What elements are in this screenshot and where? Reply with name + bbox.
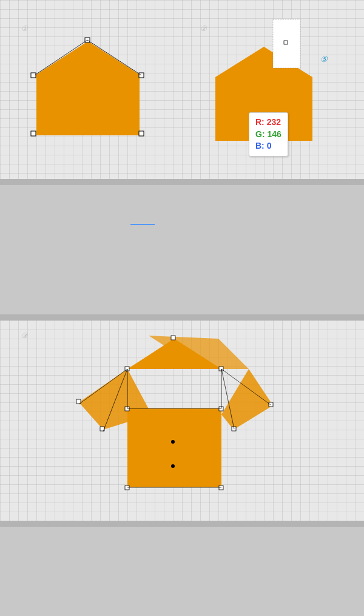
step2-number: ② <box>200 24 207 33</box>
svg-rect-22 <box>219 367 223 371</box>
top-canvas: ① ② ⑤ R: 232 G: 146 B: 0 <box>0 0 364 179</box>
house3-svg <box>79 336 267 506</box>
r-value-top: R: 232 <box>255 117 281 129</box>
svg-rect-23 <box>125 407 129 411</box>
connector-line <box>130 224 155 225</box>
svg-rect-4 <box>31 73 36 78</box>
svg-rect-17 <box>127 408 221 487</box>
separator-2 <box>0 314 364 320</box>
buttons-area: Object Path Outline Stroke <box>0 291 364 314</box>
b-value-top: B: 0 <box>255 140 281 152</box>
separator-3 <box>0 521 364 527</box>
svg-rect-20 <box>171 336 175 340</box>
svg-marker-16 <box>221 369 273 430</box>
step3-number: ③ <box>21 331 28 340</box>
house1-svg <box>33 35 161 151</box>
svg-rect-27 <box>76 399 81 404</box>
svg-rect-2 <box>36 76 140 135</box>
svg-rect-25 <box>125 486 129 490</box>
svg-rect-7 <box>139 131 144 136</box>
bottom-canvas: ③ <box>0 320 364 521</box>
svg-point-31 <box>171 440 175 444</box>
svg-rect-14 <box>284 41 288 44</box>
pathfinder-area: Pathfinder « ✕ ☰ Shape Modes: <box>0 527 364 613</box>
step1-number: ① <box>21 24 28 33</box>
g-value-top: G: 146 <box>255 129 281 141</box>
panel-area: Appearance « ☰ Path 👁 ▶ Stroke: 3 px 👁 ▶… <box>0 185 364 291</box>
svg-rect-24 <box>219 407 223 411</box>
svg-rect-26 <box>219 486 223 490</box>
svg-rect-28 <box>269 402 273 407</box>
color-tooltip-top: R: 232 G: 146 B: 0 <box>249 112 288 157</box>
separator-1 <box>0 179 364 185</box>
svg-marker-1 <box>33 41 143 76</box>
svg-rect-6 <box>31 131 36 136</box>
svg-point-32 <box>171 464 175 468</box>
step5-marker: ⑤ <box>320 55 328 64</box>
